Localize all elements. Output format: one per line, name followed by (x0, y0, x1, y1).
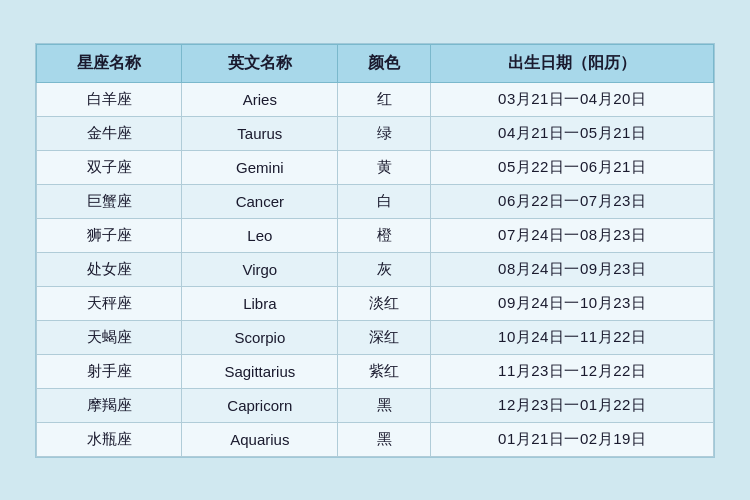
table-cell-3-1: Cancer (182, 184, 338, 218)
table-cell-1-1: Taurus (182, 116, 338, 150)
table-row: 处女座Virgo灰08月24日一09月23日 (37, 252, 714, 286)
zodiac-table: 星座名称英文名称颜色出生日期（阳历） 白羊座Aries红03月21日一04月20… (36, 44, 714, 457)
table-cell-2-2: 黄 (338, 150, 431, 184)
table-cell-5-1: Virgo (182, 252, 338, 286)
table-cell-6-0: 天秤座 (37, 286, 182, 320)
table-cell-7-2: 深红 (338, 320, 431, 354)
table-cell-2-3: 05月22日一06月21日 (431, 150, 714, 184)
table-cell-8-2: 紫红 (338, 354, 431, 388)
table-cell-3-0: 巨蟹座 (37, 184, 182, 218)
table-row: 狮子座Leo橙07月24日一08月23日 (37, 218, 714, 252)
table-cell-0-1: Aries (182, 82, 338, 116)
table-cell-7-1: Scorpio (182, 320, 338, 354)
table-header-row: 星座名称英文名称颜色出生日期（阳历） (37, 44, 714, 82)
zodiac-table-container: 星座名称英文名称颜色出生日期（阳历） 白羊座Aries红03月21日一04月20… (35, 43, 715, 458)
table-cell-7-3: 10月24日一11月22日 (431, 320, 714, 354)
table-row: 双子座Gemini黄05月22日一06月21日 (37, 150, 714, 184)
table-cell-0-3: 03月21日一04月20日 (431, 82, 714, 116)
table-cell-8-3: 11月23日一12月22日 (431, 354, 714, 388)
table-cell-5-3: 08月24日一09月23日 (431, 252, 714, 286)
table-cell-8-0: 射手座 (37, 354, 182, 388)
table-cell-2-0: 双子座 (37, 150, 182, 184)
table-cell-9-3: 12月23日一01月22日 (431, 388, 714, 422)
table-cell-4-0: 狮子座 (37, 218, 182, 252)
table-header-cell: 星座名称 (37, 44, 182, 82)
table-cell-10-0: 水瓶座 (37, 422, 182, 456)
table-row: 天秤座Libra淡红09月24日一10月23日 (37, 286, 714, 320)
table-cell-9-2: 黑 (338, 388, 431, 422)
table-cell-4-1: Leo (182, 218, 338, 252)
table-cell-5-2: 灰 (338, 252, 431, 286)
table-cell-10-2: 黑 (338, 422, 431, 456)
table-row: 摩羯座Capricorn黑12月23日一01月22日 (37, 388, 714, 422)
table-body: 白羊座Aries红03月21日一04月20日金牛座Taurus绿04月21日一0… (37, 82, 714, 456)
table-cell-3-2: 白 (338, 184, 431, 218)
table-cell-2-1: Gemini (182, 150, 338, 184)
table-cell-1-2: 绿 (338, 116, 431, 150)
table-cell-4-2: 橙 (338, 218, 431, 252)
table-row: 射手座Sagittarius紫红11月23日一12月22日 (37, 354, 714, 388)
table-header-cell: 颜色 (338, 44, 431, 82)
table-cell-9-1: Capricorn (182, 388, 338, 422)
table-cell-6-3: 09月24日一10月23日 (431, 286, 714, 320)
table-header-cell: 英文名称 (182, 44, 338, 82)
table-cell-1-3: 04月21日一05月21日 (431, 116, 714, 150)
table-row: 金牛座Taurus绿04月21日一05月21日 (37, 116, 714, 150)
table-cell-6-2: 淡红 (338, 286, 431, 320)
table-cell-0-2: 红 (338, 82, 431, 116)
table-cell-0-0: 白羊座 (37, 82, 182, 116)
table-cell-5-0: 处女座 (37, 252, 182, 286)
table-cell-4-3: 07月24日一08月23日 (431, 218, 714, 252)
table-cell-7-0: 天蝎座 (37, 320, 182, 354)
table-cell-3-3: 06月22日一07月23日 (431, 184, 714, 218)
table-header-cell: 出生日期（阳历） (431, 44, 714, 82)
table-row: 水瓶座Aquarius黑01月21日一02月19日 (37, 422, 714, 456)
table-row: 天蝎座Scorpio深红10月24日一11月22日 (37, 320, 714, 354)
table-cell-9-0: 摩羯座 (37, 388, 182, 422)
table-row: 巨蟹座Cancer白06月22日一07月23日 (37, 184, 714, 218)
table-cell-1-0: 金牛座 (37, 116, 182, 150)
table-cell-10-3: 01月21日一02月19日 (431, 422, 714, 456)
table-cell-6-1: Libra (182, 286, 338, 320)
table-cell-10-1: Aquarius (182, 422, 338, 456)
table-cell-8-1: Sagittarius (182, 354, 338, 388)
table-row: 白羊座Aries红03月21日一04月20日 (37, 82, 714, 116)
